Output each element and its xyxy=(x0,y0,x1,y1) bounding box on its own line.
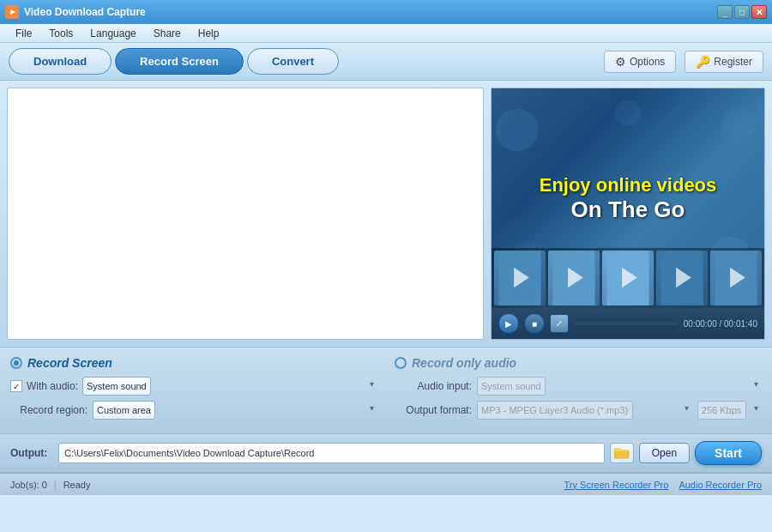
output-format-select-wrap: MP3 - MPEG Layer3 Audio (*.mp3) xyxy=(477,401,692,420)
window-controls: _ □ ✕ xyxy=(717,5,767,19)
thumb-3 xyxy=(602,251,654,305)
audio-input-row: Audio input: System sound xyxy=(395,377,762,396)
menu-tools[interactable]: Tools xyxy=(40,26,81,41)
screen-recorder-pro-link[interactable]: Try Screen Recorder Pro xyxy=(564,480,669,490)
app-title: Video Download Capture xyxy=(24,6,717,18)
output-row: Output: Open Start xyxy=(0,434,772,473)
options-button[interactable]: ⚙ Options xyxy=(604,51,676,73)
open-button[interactable]: Open xyxy=(639,443,690,463)
app-icon xyxy=(5,5,19,19)
menu-file[interactable]: File xyxy=(7,26,40,41)
preview-right: Enjoy online videos On The Go xyxy=(491,88,765,340)
minimize-button[interactable]: _ xyxy=(717,5,733,19)
video-thumbnails xyxy=(492,248,764,308)
with-audio-checkbox[interactable]: ✓ xyxy=(10,380,22,392)
stop-button[interactable]: ■ xyxy=(524,313,545,334)
time-display: 00:00:00 / 00:01:40 xyxy=(684,319,757,329)
menu-language[interactable]: Language xyxy=(81,26,144,41)
svg-point-3 xyxy=(721,105,756,139)
thumb-4 xyxy=(656,251,708,305)
close-button[interactable]: ✕ xyxy=(751,5,767,19)
preview-left xyxy=(7,88,484,340)
video-controls: ▶ ■ ⤢ 00:00:00 / 00:01:40 xyxy=(492,308,764,339)
audio-select[interactable]: System sound Microphone xyxy=(82,377,151,396)
main-content: Enjoy online videos On The Go xyxy=(0,81,772,347)
play-button[interactable]: ▶ xyxy=(498,313,519,334)
thumb-2 xyxy=(548,251,600,305)
with-audio-row: ✓ With audio: System sound Microphone xyxy=(10,377,377,396)
options-panel: Record Screen ✓ With audio: System sound… xyxy=(0,347,772,434)
toolbar: Download Record Screen Convert ⚙ Options… xyxy=(0,43,772,81)
title-bar: Video Download Capture _ □ ✕ xyxy=(0,0,772,24)
video-overlay: Enjoy online videos On The Go xyxy=(540,174,717,223)
audio-select-wrap: System sound Microphone xyxy=(82,377,377,396)
svg-point-6 xyxy=(615,100,641,126)
start-button[interactable]: Start xyxy=(695,441,762,465)
thumb-5 xyxy=(710,251,762,305)
status-bar: Job(s): 0 | Ready Try Screen Recorder Pr… xyxy=(0,473,772,495)
progress-bar[interactable] xyxy=(574,322,679,325)
folder-button[interactable] xyxy=(610,443,634,463)
record-screen-radio[interactable] xyxy=(10,357,22,369)
region-select-wrap: Custom area Full screen Window xyxy=(93,401,377,420)
audio-input-select[interactable]: System sound xyxy=(477,377,546,396)
record-audio-radio[interactable] xyxy=(395,357,407,369)
record-region-row: Record region: Custom area Full screen W… xyxy=(10,401,377,420)
options-row: Record Screen ✓ With audio: System sound… xyxy=(10,356,762,425)
bitrate-select[interactable]: 256 Kbps 128 Kbps xyxy=(697,401,746,420)
bitrate-select-wrap: 256 Kbps 128 Kbps xyxy=(697,401,762,420)
output-path-input[interactable] xyxy=(58,443,605,463)
menu-share[interactable]: Share xyxy=(145,26,190,41)
toolbar-right: ⚙ Options 🔑 Register xyxy=(604,51,763,73)
menu-help[interactable]: Help xyxy=(190,26,228,41)
output-format-select[interactable]: MP3 - MPEG Layer3 Audio (*.mp3) xyxy=(477,401,633,420)
status-links: Try Screen Recorder Pro Audio Recorder P… xyxy=(564,480,762,490)
audio-input-select-wrap: System sound xyxy=(477,377,762,396)
output-format-row: Output format: MP3 - MPEG Layer3 Audio (… xyxy=(395,401,762,420)
audio-recorder-pro-link[interactable]: Audio Recorder Pro xyxy=(679,480,762,490)
region-select[interactable]: Custom area Full screen Window xyxy=(93,401,155,420)
record-audio-col: Record only audio Audio input: System so… xyxy=(395,356,762,425)
record-audio-section: Record only audio xyxy=(395,356,762,370)
svg-rect-18 xyxy=(614,450,629,458)
register-button[interactable]: 🔑 Register xyxy=(685,51,763,73)
record-screen-section: Record Screen xyxy=(10,356,377,370)
status-ready: Ready xyxy=(63,480,91,490)
thumb-1 xyxy=(494,251,546,305)
fullscreen-button[interactable]: ⤢ xyxy=(550,314,569,333)
tab-record-screen[interactable]: Record Screen xyxy=(115,48,244,75)
jobs-count: Job(s): 0 xyxy=(10,480,47,490)
video-content: Enjoy online videos On The Go xyxy=(492,88,764,308)
tab-convert[interactable]: Convert xyxy=(247,48,339,75)
svg-point-2 xyxy=(496,109,539,152)
tab-download[interactable]: Download xyxy=(9,48,112,75)
maximize-button[interactable]: □ xyxy=(734,5,750,19)
menu-bar: File Tools Language Share Help xyxy=(0,24,772,43)
record-screen-col: Record Screen ✓ With audio: System sound… xyxy=(10,356,377,425)
status-separator: | xyxy=(54,480,57,490)
